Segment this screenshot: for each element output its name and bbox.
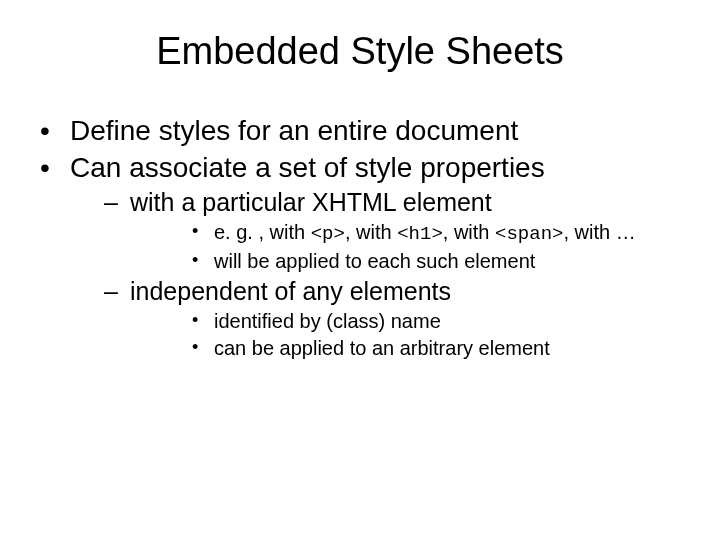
bullet-text: identified by (class) name bbox=[214, 310, 441, 332]
bullet-text-part: , with bbox=[443, 221, 495, 243]
bullet-l1-item: Define styles for an entire document bbox=[30, 113, 690, 148]
bullet-text: Can associate a set of style properties bbox=[70, 152, 545, 183]
bullet-text: with a particular XHTML element bbox=[130, 188, 492, 216]
bullet-list-level3: identified by (class) name can be applie… bbox=[130, 309, 690, 361]
bullet-text-part: , with … bbox=[563, 221, 635, 243]
code-snippet: <p> bbox=[311, 223, 345, 245]
bullet-text-part: , with bbox=[345, 221, 397, 243]
code-snippet: <h1> bbox=[397, 223, 443, 245]
bullet-text-part: e. g. , with bbox=[214, 221, 311, 243]
bullet-text: can be applied to an arbitrary element bbox=[214, 337, 550, 359]
bullet-text: independent of any elements bbox=[130, 277, 451, 305]
bullet-list-level2: with a particular XHTML element e. g. , … bbox=[70, 187, 690, 361]
bullet-l3-item: e. g. , with <p>, with <h1>, with <span>… bbox=[130, 220, 690, 247]
code-snippet: <span> bbox=[495, 223, 563, 245]
bullet-text: will be applied to each such element bbox=[214, 250, 535, 272]
bullet-list-level3: e. g. , with <p>, with <h1>, with <span>… bbox=[130, 220, 690, 274]
bullet-l1-item: Can associate a set of style properties … bbox=[30, 150, 690, 361]
slide: Embedded Style Sheets Define styles for … bbox=[0, 0, 720, 540]
bullet-l3-item: identified by (class) name bbox=[130, 309, 690, 334]
bullet-l3-item: can be applied to an arbitrary element bbox=[130, 336, 690, 361]
bullet-l3-item: will be applied to each such element bbox=[130, 249, 690, 274]
bullet-text: Define styles for an entire document bbox=[70, 115, 518, 146]
slide-title: Embedded Style Sheets bbox=[30, 30, 690, 73]
bullet-l2-item: independent of any elements identified b… bbox=[70, 276, 690, 361]
bullet-list-level1: Define styles for an entire document Can… bbox=[30, 113, 690, 361]
bullet-l2-item: with a particular XHTML element e. g. , … bbox=[70, 187, 690, 274]
